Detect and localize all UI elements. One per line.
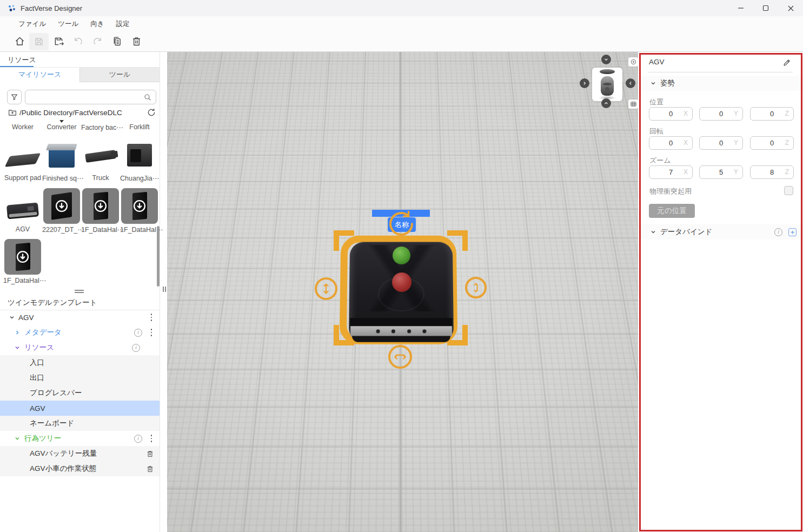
orbit-down-button[interactable]: [601, 98, 611, 108]
home-button[interactable]: [10, 33, 29, 50]
viewport-3d[interactable]: 名称: [167, 52, 638, 532]
resource-label[interactable]: Worker: [3, 123, 42, 131]
info-icon[interactable]: i: [134, 329, 142, 337]
resource-thumb-finished-sq[interactable]: [43, 136, 80, 172]
tab-resources[interactable]: リソース: [8, 55, 36, 65]
tree-node-battery[interactable]: AGVバッテリー残量: [0, 446, 160, 461]
info-icon[interactable]: i: [774, 228, 782, 236]
rotation-z-field: Z: [750, 136, 794, 150]
more-options-icon[interactable]: [149, 314, 154, 321]
panel-split-handle[interactable]: [75, 290, 84, 293]
search-input[interactable]: [30, 90, 141, 104]
physics-checkbox[interactable]: [784, 186, 793, 195]
copy-button[interactable]: [107, 33, 127, 50]
rotate-yaw-handle[interactable]: [388, 345, 412, 369]
tree-node-exit[interactable]: 出口: [0, 370, 160, 385]
resource-label[interactable]: ChuangJia⋯: [120, 174, 159, 182]
resource-label[interactable]: 1F_DataHal⋯: [3, 276, 42, 284]
grid-view-button[interactable]: [628, 99, 638, 109]
tree-node-entrance[interactable]: 入口: [0, 355, 160, 370]
reset-position-button[interactable]: 元の位置: [649, 204, 695, 218]
current-path: /Public Directory/FactVerseDLC: [19, 109, 122, 117]
resource-label[interactable]: Forklift: [120, 123, 159, 131]
rotate-pitch-handle[interactable]: [465, 277, 487, 298]
download-icon: [132, 198, 147, 214]
resource-thumb-datahal-2[interactable]: [121, 188, 158, 224]
search-icon[interactable]: [143, 93, 152, 102]
maximize-button[interactable]: [753, 0, 778, 16]
menu-settings[interactable]: 設定: [116, 19, 130, 29]
resource-label[interactable]: 1F_DataHal⋯: [81, 225, 120, 234]
status-sphere-red: [392, 272, 412, 292]
tab-my-resources[interactable]: マイリソース: [0, 68, 79, 82]
resource-label[interactable]: Truck: [81, 174, 120, 182]
info-icon[interactable]: i: [134, 435, 142, 443]
delete-icon[interactable]: [146, 465, 154, 473]
tree-node-workstate[interactable]: AGV小車の作業状態: [0, 461, 160, 476]
more-options-icon[interactable]: [149, 435, 154, 442]
sidebar-tab-row: リソース: [0, 52, 160, 68]
save-button[interactable]: [29, 33, 49, 50]
resource-thumb-support-pad[interactable]: [4, 136, 41, 172]
view-cube[interactable]: [592, 68, 622, 101]
redo-button[interactable]: [88, 33, 107, 50]
refresh-icon[interactable]: [147, 108, 156, 117]
resource-label[interactable]: Converter: [42, 123, 81, 131]
chevron-down-icon[interactable]: [14, 435, 21, 442]
info-icon[interactable]: i: [132, 344, 140, 352]
chevron-right-icon[interactable]: [14, 329, 21, 336]
resources-scrollbar[interactable]: [157, 226, 160, 287]
resource-label[interactable]: Factory bac⋯: [81, 123, 120, 131]
tree-node-agv-selected[interactable]: AGV: [0, 401, 160, 416]
tree-node-progressbar[interactable]: プログレスバー: [0, 385, 160, 401]
delete-button[interactable]: [127, 33, 146, 50]
tree-node-metadata[interactable]: メタデータ i: [0, 325, 160, 340]
chevron-down-icon[interactable]: [14, 344, 21, 351]
resource-label[interactable]: AGV: [3, 225, 42, 233]
close-button[interactable]: [778, 0, 803, 16]
resource-label[interactable]: 1F_DataHal⋯: [120, 225, 159, 234]
folder-up-icon[interactable]: [8, 108, 17, 117]
tree-label: AGV: [30, 404, 45, 413]
app-logo-icon: [8, 4, 16, 12]
resource-thumb-datahal-3[interactable]: [4, 239, 41, 275]
minimize-button[interactable]: [728, 0, 753, 16]
menu-orientation[interactable]: 向き: [90, 19, 104, 29]
orbit-right-button[interactable]: [626, 78, 635, 88]
gyro-view-button[interactable]: [628, 57, 638, 66]
resources-sidebar: リソース マイリソース ツール /Public Directory/FactVe…: [0, 52, 160, 532]
tree-label: 入口: [30, 358, 44, 368]
section-pose[interactable]: 姿勢: [640, 76, 803, 91]
resource-thumb-22207[interactable]: [43, 188, 80, 224]
tab-tools[interactable]: ツール: [79, 68, 160, 82]
edit-name-icon[interactable]: [782, 58, 791, 67]
resource-label[interactable]: Finished sq⋯: [42, 174, 81, 182]
add-databind-icon[interactable]: +: [788, 228, 797, 236]
tree-node-resources[interactable]: リソース i: [0, 340, 160, 355]
resource-thumb-datahal-1[interactable]: [82, 188, 119, 224]
physics-label: 物理衝突起用: [649, 187, 692, 196]
orbit-left-button[interactable]: [580, 78, 589, 88]
tree-node-behavior[interactable]: 行為ツリー i: [0, 431, 160, 446]
resource-label[interactable]: Support pad: [3, 174, 42, 182]
sidebar-resize-handle[interactable]: [163, 287, 167, 292]
resource-thumb-agv[interactable]: [4, 188, 41, 224]
resource-thumb-truck[interactable]: [82, 136, 119, 172]
resource-label[interactable]: 22207_DT_⋯: [42, 225, 81, 234]
move-vertical-handle[interactable]: [315, 277, 337, 300]
chevron-down-icon[interactable]: [9, 314, 15, 321]
tree-node-nameboard[interactable]: ネームボード: [0, 416, 160, 431]
tree-node-agv-root[interactable]: AGV: [0, 310, 160, 325]
filter-button[interactable]: [7, 90, 22, 104]
delete-icon[interactable]: [146, 450, 154, 458]
section-pose-label: 姿勢: [660, 78, 675, 88]
more-options-icon[interactable]: [149, 329, 154, 336]
resource-thumb-chuangjia[interactable]: [121, 136, 158, 172]
rotate-handle-top[interactable]: [388, 210, 415, 237]
section-databind[interactable]: データバインド i+: [640, 224, 803, 240]
menu-tools[interactable]: ツール: [58, 19, 78, 29]
undo-button[interactable]: [68, 33, 88, 50]
save-as-button[interactable]: [49, 33, 68, 50]
menu-file[interactable]: ファイル: [18, 19, 46, 29]
orbit-up-button[interactable]: [601, 55, 611, 64]
